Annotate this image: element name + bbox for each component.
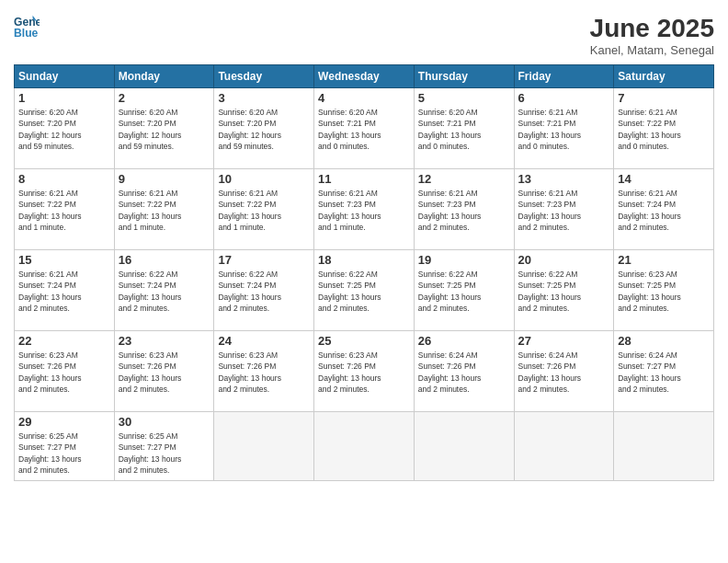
calendar-day-cell: 14Sunrise: 6:21 AMSunset: 7:24 PMDayligh…: [614, 169, 714, 250]
day-info: Sunrise: 6:21 AMSunset: 7:22 PMDaylight:…: [119, 188, 210, 233]
day-number: 10: [218, 172, 310, 186]
day-info: Sunrise: 6:22 AMSunset: 7:24 PMDaylight:…: [218, 269, 310, 314]
day-info: Sunrise: 6:22 AMSunset: 7:25 PMDaylight:…: [318, 269, 410, 314]
day-number: 13: [518, 172, 610, 186]
day-number: 21: [618, 253, 710, 267]
col-saturday: Saturday: [614, 65, 714, 88]
calendar-day-cell: [414, 412, 514, 481]
day-number: 7: [618, 91, 710, 105]
calendar-week-row: 29Sunrise: 6:25 AMSunset: 7:27 PMDayligh…: [15, 412, 714, 481]
day-number: 17: [218, 253, 310, 267]
calendar-day-cell: 30Sunrise: 6:25 AMSunset: 7:27 PMDayligh…: [114, 412, 214, 481]
day-info: Sunrise: 6:21 AMSunset: 7:22 PMDaylight:…: [18, 188, 110, 233]
day-number: 5: [418, 91, 510, 105]
calendar-day-cell: 26Sunrise: 6:24 AMSunset: 7:26 PMDayligh…: [414, 331, 514, 412]
day-info: Sunrise: 6:20 AMSunset: 7:21 PMDaylight:…: [318, 107, 410, 152]
day-info: Sunrise: 6:20 AMSunset: 7:20 PMDaylight:…: [119, 107, 210, 152]
day-number: 14: [618, 172, 710, 186]
header: General Blue June 2025 Kanel, Matam, Sen…: [14, 14, 714, 57]
day-info: Sunrise: 6:23 AMSunset: 7:26 PMDaylight:…: [318, 350, 410, 395]
day-number: 19: [418, 253, 510, 267]
calendar-day-cell: 16Sunrise: 6:22 AMSunset: 7:24 PMDayligh…: [114, 250, 214, 331]
calendar-day-cell: 12Sunrise: 6:21 AMSunset: 7:23 PMDayligh…: [414, 169, 514, 250]
calendar-title: June 2025: [590, 14, 714, 43]
calendar-day-cell: 11Sunrise: 6:21 AMSunset: 7:23 PMDayligh…: [314, 169, 415, 250]
day-number: 9: [119, 172, 210, 186]
calendar-day-cell: [614, 412, 714, 481]
calendar-week-row: 8Sunrise: 6:21 AMSunset: 7:22 PMDaylight…: [15, 169, 714, 250]
logo-icon: General Blue: [14, 14, 40, 40]
calendar-week-row: 1Sunrise: 6:20 AMSunset: 7:20 PMDaylight…: [15, 88, 714, 169]
col-sunday: Sunday: [15, 65, 115, 88]
day-number: 2: [119, 91, 210, 105]
calendar-day-cell: 1Sunrise: 6:20 AMSunset: 7:20 PMDaylight…: [15, 88, 115, 169]
calendar-day-cell: 6Sunrise: 6:21 AMSunset: 7:21 PMDaylight…: [514, 88, 614, 169]
calendar-day-cell: 7Sunrise: 6:21 AMSunset: 7:22 PMDaylight…: [614, 88, 714, 169]
calendar-day-cell: 23Sunrise: 6:23 AMSunset: 7:26 PMDayligh…: [114, 331, 214, 412]
day-number: 3: [218, 91, 310, 105]
calendar-day-cell: [214, 412, 314, 481]
day-number: 27: [518, 334, 610, 348]
calendar-subtitle: Kanel, Matam, Senegal: [590, 43, 714, 57]
col-thursday: Thursday: [414, 65, 514, 88]
calendar-day-cell: 25Sunrise: 6:23 AMSunset: 7:26 PMDayligh…: [314, 331, 415, 412]
day-number: 20: [518, 253, 610, 267]
day-info: Sunrise: 6:24 AMSunset: 7:26 PMDaylight:…: [418, 350, 510, 395]
day-number: 23: [119, 334, 210, 348]
svg-text:Blue: Blue: [14, 27, 39, 40]
day-number: 28: [618, 334, 710, 348]
calendar-day-cell: 21Sunrise: 6:23 AMSunset: 7:25 PMDayligh…: [614, 250, 714, 331]
calendar-day-cell: 13Sunrise: 6:21 AMSunset: 7:23 PMDayligh…: [514, 169, 614, 250]
calendar-day-cell: [514, 412, 614, 481]
logo: General Blue: [14, 14, 40, 40]
calendar-day-cell: [314, 412, 415, 481]
day-info: Sunrise: 6:24 AMSunset: 7:26 PMDaylight:…: [518, 350, 610, 395]
calendar-body: 1Sunrise: 6:20 AMSunset: 7:20 PMDaylight…: [15, 88, 714, 481]
col-tuesday: Tuesday: [214, 65, 314, 88]
day-number: 12: [418, 172, 510, 186]
day-info: Sunrise: 6:21 AMSunset: 7:22 PMDaylight:…: [618, 107, 710, 152]
col-monday: Monday: [114, 65, 214, 88]
title-block: June 2025 Kanel, Matam, Senegal: [590, 14, 714, 57]
calendar-day-cell: 27Sunrise: 6:24 AMSunset: 7:26 PMDayligh…: [514, 331, 614, 412]
calendar-day-cell: 8Sunrise: 6:21 AMSunset: 7:22 PMDaylight…: [15, 169, 115, 250]
day-info: Sunrise: 6:23 AMSunset: 7:26 PMDaylight:…: [218, 350, 310, 395]
calendar-day-cell: 17Sunrise: 6:22 AMSunset: 7:24 PMDayligh…: [214, 250, 314, 331]
day-info: Sunrise: 6:21 AMSunset: 7:24 PMDaylight:…: [18, 269, 110, 314]
day-info: Sunrise: 6:22 AMSunset: 7:25 PMDaylight:…: [518, 269, 610, 314]
day-info: Sunrise: 6:24 AMSunset: 7:27 PMDaylight:…: [618, 350, 710, 395]
calendar-day-cell: 10Sunrise: 6:21 AMSunset: 7:22 PMDayligh…: [214, 169, 314, 250]
day-number: 25: [318, 334, 410, 348]
day-info: Sunrise: 6:23 AMSunset: 7:26 PMDaylight:…: [18, 350, 110, 395]
calendar-day-cell: 3Sunrise: 6:20 AMSunset: 7:20 PMDaylight…: [214, 88, 314, 169]
calendar-day-cell: 28Sunrise: 6:24 AMSunset: 7:27 PMDayligh…: [614, 331, 714, 412]
day-number: 29: [18, 415, 110, 429]
calendar-day-cell: 9Sunrise: 6:21 AMSunset: 7:22 PMDaylight…: [114, 169, 214, 250]
day-info: Sunrise: 6:21 AMSunset: 7:23 PMDaylight:…: [518, 188, 610, 233]
day-number: 15: [18, 253, 110, 267]
day-info: Sunrise: 6:20 AMSunset: 7:20 PMDaylight:…: [218, 107, 310, 152]
day-number: 22: [18, 334, 110, 348]
day-number: 4: [318, 91, 410, 105]
day-info: Sunrise: 6:23 AMSunset: 7:26 PMDaylight:…: [119, 350, 210, 395]
day-info: Sunrise: 6:23 AMSunset: 7:25 PMDaylight:…: [618, 269, 710, 314]
day-info: Sunrise: 6:21 AMSunset: 7:23 PMDaylight:…: [318, 188, 410, 233]
day-info: Sunrise: 6:25 AMSunset: 7:27 PMDaylight:…: [119, 431, 210, 476]
day-number: 30: [119, 415, 210, 429]
calendar-table: Sunday Monday Tuesday Wednesday Thursday…: [14, 64, 714, 481]
day-info: Sunrise: 6:21 AMSunset: 7:22 PMDaylight:…: [218, 188, 310, 233]
day-number: 8: [18, 172, 110, 186]
page: General Blue June 2025 Kanel, Matam, Sen…: [0, 0, 728, 563]
calendar-day-cell: 4Sunrise: 6:20 AMSunset: 7:21 PMDaylight…: [314, 88, 415, 169]
day-number: 26: [418, 334, 510, 348]
day-number: 11: [318, 172, 410, 186]
day-info: Sunrise: 6:20 AMSunset: 7:20 PMDaylight:…: [18, 107, 110, 152]
calendar-week-row: 15Sunrise: 6:21 AMSunset: 7:24 PMDayligh…: [15, 250, 714, 331]
calendar-day-cell: 5Sunrise: 6:20 AMSunset: 7:21 PMDaylight…: [414, 88, 514, 169]
day-number: 16: [119, 253, 210, 267]
calendar-day-cell: 19Sunrise: 6:22 AMSunset: 7:25 PMDayligh…: [414, 250, 514, 331]
col-wednesday: Wednesday: [314, 65, 415, 88]
header-row: Sunday Monday Tuesday Wednesday Thursday…: [15, 65, 714, 88]
calendar-day-cell: 20Sunrise: 6:22 AMSunset: 7:25 PMDayligh…: [514, 250, 614, 331]
day-info: Sunrise: 6:21 AMSunset: 7:23 PMDaylight:…: [418, 188, 510, 233]
